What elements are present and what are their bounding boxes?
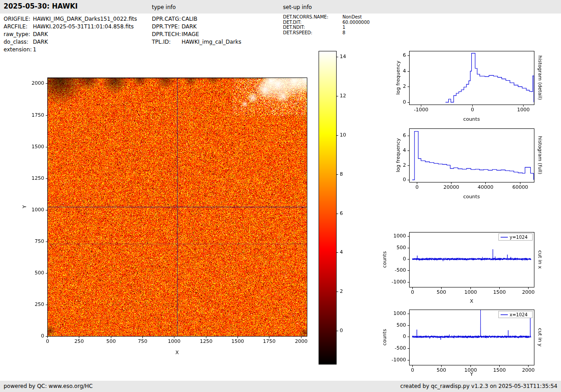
info-value: 1 [342,25,345,30]
setup-info-block: DET.NCORRS.NAME: NonDest DET.DIT: 60.000… [283,14,369,35]
footer-created-by: created by qc_rawdisp.py v1.2.3 on 2025-… [400,383,557,389]
info-label: raw_type: [4,31,33,38]
file-info-row: raw_type: DARK [4,31,137,38]
info-value: HAWKI_img_cal_Darks [182,38,242,46]
info-value: HAWKI_IMG_DARK_Darks151_0022.fits [33,15,137,23]
type-info-row: TPL.ID: HAWKI_img_cal_Darks [152,38,242,46]
info-value: DARK [33,31,48,38]
info-label: extension: [4,46,33,54]
info-label: do_class: [4,38,33,46]
info-value: IMAGE [182,31,199,38]
histogram-full-plot [379,125,561,204]
info-label: DPR.CATG: [152,15,182,23]
info-label: DET.RSPEED: [283,30,342,36]
type-info-row: DPR.TECH: IMAGE [152,31,242,38]
info-label: TPL.ID: [152,38,182,46]
info-label: DET.DIT: [283,20,342,25]
cut-in-x-plot [379,228,561,312]
info-label: ORIGFILE: [4,15,33,23]
info-value: DARK [33,38,48,46]
file-info-row: ORIGFILE: HAWKI_IMG_DARK_Darks151_0022.f… [4,15,137,23]
detector-image-plot [18,61,333,367]
cut-in-y-plot [379,306,561,389]
file-info-block: ORIGFILE: HAWKI_IMG_DARK_Darks151_0022.f… [4,15,137,54]
info-value: 1 [33,46,36,54]
setup-info-heading: set-up info [283,4,312,10]
file-info-row: do_class: DARK [4,38,137,46]
info-value: DARK [182,23,196,31]
type-info-block: DPR.CATG: CALIB DPR.TYPE: DARK DPR.TECH:… [152,15,242,46]
setup-info-row: DET.NCORRS.NAME: NonDest [283,14,369,20]
page-title: 2025-05-30: HAWKI [4,2,78,10]
type-info-row: DPR.CATG: CALIB [152,15,242,23]
header-bar: 2025-05-30: HAWKI type info set-up info [0,0,561,14]
info-label: ARCFILE: [4,23,33,31]
info-label: DET.NDIT: [283,25,342,30]
type-info-heading: type info [152,4,176,10]
info-value: HAWKI.2025-05-31T11:01:04.858.fits [33,23,134,31]
info-label: DPR.TYPE: [152,23,182,31]
info-value: CALIB [182,15,197,23]
setup-info-row: DET.RSPEED: 8 [283,30,369,36]
type-info-row: DPR.TYPE: DARK [152,23,242,31]
info-label: DET.NCORRS.NAME: [283,14,342,20]
file-info-row: extension: 1 [4,46,137,54]
footer-bar: powered by QC: www.eso.org/HC created by… [0,381,561,392]
info-value: NonDest [342,14,362,20]
histogram-detail-plot [379,47,561,126]
colorbar [315,46,353,369]
setup-info-row: DET.DIT: 60.0000000 [283,20,369,25]
footer-powered-by: powered by QC: www.eso.org/HC [4,383,93,389]
setup-info-row: DET.NDIT: 1 [283,25,369,30]
info-label: DPR.TECH: [152,31,182,38]
file-info-row: ARCFILE: HAWKI.2025-05-31T11:01:04.858.f… [4,23,137,31]
info-value: 60.0000000 [342,20,369,25]
info-value: 8 [342,30,345,36]
qc-report-page: 2025-05-30: HAWKI type info set-up info … [0,0,561,392]
